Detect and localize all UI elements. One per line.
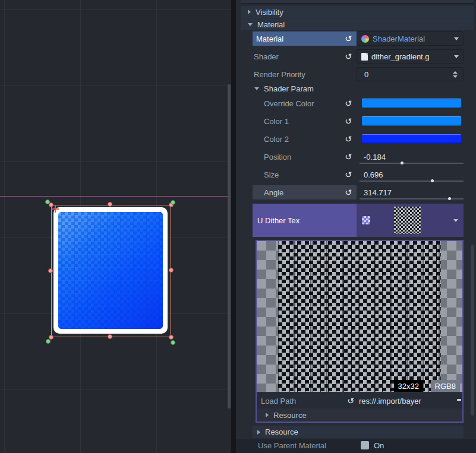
inspector-panel: Visibility Material Material ↺ ShaderMat… xyxy=(236,0,476,453)
size-slider[interactable] xyxy=(360,180,464,182)
handle-bottom-right[interactable] xyxy=(169,335,174,340)
green-handle-top-right[interactable] xyxy=(171,200,175,205)
handle-top-mid[interactable] xyxy=(108,202,112,207)
chevron-down-icon xyxy=(254,87,259,90)
color2-swatch[interactable] xyxy=(362,134,461,144)
handle-left-mid[interactable] xyxy=(48,268,53,273)
inspector-vscrollbar[interactable] xyxy=(471,245,474,416)
panel-splitter[interactable] xyxy=(231,0,236,453)
color1-label: Color 1 xyxy=(264,117,289,126)
shader-file-icon xyxy=(361,53,368,61)
material-label-cell[interactable]: Material ↺ xyxy=(253,31,357,46)
override-color-swatch[interactable] xyxy=(362,99,461,108)
spinner-arrows-icon[interactable] xyxy=(453,71,458,78)
dither-texture-thumbnail[interactable] xyxy=(394,207,421,234)
section-resource-inner-label: Resource xyxy=(273,411,307,420)
revert-icon[interactable]: ↺ xyxy=(345,188,352,197)
material-label: Material xyxy=(256,34,283,43)
pivot-cross-icon xyxy=(51,205,59,213)
override-color-label: Override Color xyxy=(264,99,314,108)
angle-value: 314.717 xyxy=(364,188,392,197)
color1-swatch[interactable] xyxy=(362,116,461,126)
handle-right-mid[interactable] xyxy=(169,268,174,273)
property-row-material: Material ↺ ShaderMaterial xyxy=(253,31,464,46)
handle-bottom-mid[interactable] xyxy=(108,334,112,339)
angle-slider[interactable] xyxy=(360,198,464,199)
override-color-label-cell: Override Color ↺ xyxy=(253,96,357,110)
size-label: Size xyxy=(264,170,279,179)
angle-slider-grabber[interactable] xyxy=(448,197,451,200)
truncated-section-header xyxy=(241,0,474,4)
texture-preview: 32x32 RGB8 xyxy=(257,241,462,392)
chevron-right-icon xyxy=(248,9,251,14)
property-row-color2: Color 2 ↺ xyxy=(253,132,464,146)
position-label: Position xyxy=(264,153,291,161)
section-shader-param-label: Shader Param xyxy=(264,84,314,93)
render-priority-value: 0 xyxy=(364,70,368,79)
use-parent-material-label: Use Parent Material xyxy=(258,441,326,450)
section-material[interactable]: Material xyxy=(241,18,474,30)
revert-icon[interactable]: ↺ xyxy=(347,396,354,406)
color2-label: Color 2 xyxy=(264,135,289,144)
chevron-down-icon xyxy=(454,37,459,40)
property-row-render-priority: Render Priority 0 xyxy=(253,67,464,81)
load-path-label-cell: Load Path ↺ xyxy=(257,396,359,406)
revert-icon[interactable]: ↺ xyxy=(345,99,352,107)
chevron-down-icon xyxy=(453,219,458,222)
chevron-right-icon xyxy=(257,430,260,435)
size-value: 0.696 xyxy=(364,170,383,179)
section-resource-outer[interactable]: Resource xyxy=(253,426,464,438)
property-row-angle: Angle ↺ 314.717 xyxy=(253,185,464,199)
size-number-input[interactable]: 0.696 xyxy=(357,167,464,182)
viewport-vscrollbar[interactable] xyxy=(228,84,231,408)
u-dither-tex-dropdown[interactable] xyxy=(357,204,464,237)
revert-icon[interactable]: ↺ xyxy=(345,153,352,161)
revert-icon[interactable]: ↺ xyxy=(345,170,352,179)
u-dither-tex-label-cell[interactable]: U Dither Tex xyxy=(253,204,357,237)
revert-icon[interactable]: ↺ xyxy=(345,117,352,125)
chevron-right-icon xyxy=(266,413,269,417)
position-number-input[interactable]: -0.184 xyxy=(357,150,464,164)
revert-icon[interactable]: ↺ xyxy=(345,135,352,143)
material-value: ShaderMaterial xyxy=(373,34,425,43)
load-path-value: res://.import/bayer xyxy=(359,397,457,406)
section-visibility-label: Visibility xyxy=(256,8,283,17)
size-slider-grabber[interactable] xyxy=(431,179,434,182)
angle-number-input[interactable]: 314.717 xyxy=(357,185,464,199)
sprite-dither-gradient xyxy=(58,212,163,329)
green-handle-bottom-right[interactable] xyxy=(171,340,175,345)
render-priority-label: Render Priority xyxy=(254,70,305,79)
u-dither-tex-label: U Dither Tex xyxy=(257,216,300,225)
shader-dropdown[interactable]: dither_gradient.g xyxy=(357,49,464,64)
shader-value: dither_gradient.g xyxy=(371,52,430,61)
green-handle-top-left[interactable] xyxy=(45,199,50,204)
texture-format-badge: RGB8 xyxy=(431,380,460,392)
position-label-cell: Position ↺ xyxy=(253,150,357,164)
2d-viewport[interactable] xyxy=(0,0,231,453)
property-row-u-dither-tex: U Dither Tex xyxy=(253,204,464,237)
use-parent-material-checkbox[interactable] xyxy=(361,441,369,449)
texture-size-badge: 32x32 xyxy=(394,380,423,392)
property-row-override-color: Override Color ↺ xyxy=(253,96,464,110)
texture-icon xyxy=(362,216,370,224)
render-priority-spinbox[interactable]: 0 xyxy=(357,67,464,81)
sprite-texture xyxy=(53,207,168,334)
section-resource-inner[interactable]: Resource xyxy=(257,408,462,422)
property-row-use-parent-material: Use Parent Material On xyxy=(236,439,476,453)
use-parent-material-value: On xyxy=(374,441,384,450)
position-slider[interactable] xyxy=(360,163,464,164)
position-slider-grabber[interactable] xyxy=(401,161,404,164)
texture-preview-box: 32x32 RGB8 Load Path ↺ res://.import/bay… xyxy=(256,240,464,423)
green-handle-bottom-left[interactable] xyxy=(46,339,51,344)
section-visibility[interactable]: Visibility xyxy=(241,6,474,18)
viewport-origin-line xyxy=(0,196,231,197)
revert-icon[interactable]: ↺ xyxy=(345,34,352,43)
revert-icon[interactable]: ↺ xyxy=(345,52,352,61)
render-priority-label-cell: Render Priority xyxy=(253,67,357,81)
section-resource-outer-label: Resource xyxy=(265,427,298,436)
material-dropdown[interactable]: ShaderMaterial xyxy=(357,31,464,46)
property-row-load-path: Load Path ↺ res://.import/bayer xyxy=(257,393,462,408)
section-shader-param[interactable]: Shader Param xyxy=(254,83,314,94)
angle-label-cell[interactable]: Angle ↺ xyxy=(253,185,357,199)
selected-sprite[interactable] xyxy=(51,205,171,337)
